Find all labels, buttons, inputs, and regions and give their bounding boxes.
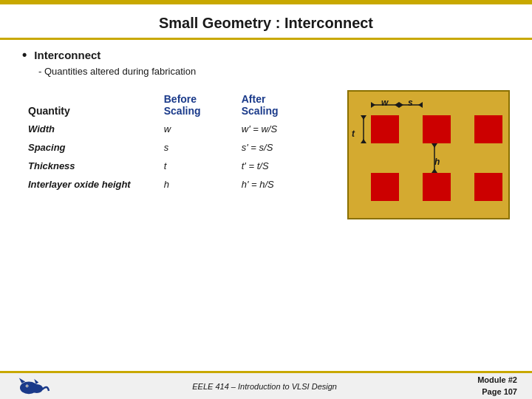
bullet-label: Interconnect xyxy=(34,49,100,61)
row-label-1: Spacing xyxy=(22,138,158,157)
svg-point-17 xyxy=(27,385,28,386)
row-after-0: w' = w/S xyxy=(236,120,332,138)
diag-label-w: w xyxy=(381,98,388,108)
red-square-3 xyxy=(474,115,502,143)
svg-marker-10 xyxy=(432,143,437,148)
row-label-3: Interlayer oxide height xyxy=(22,175,158,194)
col-header-before: BeforeScaling xyxy=(158,90,236,120)
row-before-0: w xyxy=(158,120,236,138)
red-square-6 xyxy=(474,173,502,201)
gold-divider xyxy=(0,38,532,40)
svg-marker-8 xyxy=(361,139,366,143)
title-section: Small Geometry : Interconnect xyxy=(0,4,532,38)
bullet-icon: • xyxy=(22,47,27,63)
table-row: Thickness t t' = t/S xyxy=(22,157,332,175)
footer-center-text: EELE 414 – Introduction to VLSI Design xyxy=(192,382,337,391)
row-after-2: t' = t/S xyxy=(236,157,332,175)
red-square-4 xyxy=(371,173,399,201)
svg-marker-4 xyxy=(399,102,403,108)
sub-bullet: - Quantities altered during fabrication xyxy=(38,66,510,77)
row-label-0: Width xyxy=(22,120,158,138)
red-square-5 xyxy=(423,173,451,201)
row-before-3: h xyxy=(158,175,236,194)
svg-marker-11 xyxy=(432,168,437,173)
table-row: Width w w' = w/S xyxy=(22,120,332,138)
red-square-1 xyxy=(371,115,399,143)
red-square-2 xyxy=(423,115,451,143)
footer-right: Module #2 Page 107 xyxy=(477,375,517,398)
footer-module: Module #2 xyxy=(477,375,517,386)
row-before-1: s xyxy=(158,138,236,157)
svg-marker-1 xyxy=(371,102,375,108)
row-label-2: Thickness xyxy=(22,157,158,175)
footer-bar: EELE 414 – Introduction to VLSI Design M… xyxy=(0,371,532,399)
row-after-1: s' = s/S xyxy=(236,138,332,157)
col-header-quantity: Quantity xyxy=(22,90,158,120)
page-title: Small Geometry : Interconnect xyxy=(0,15,532,32)
svg-point-13 xyxy=(30,384,43,393)
diag-label-h: h xyxy=(434,157,440,167)
row-after-3: h' = h/S xyxy=(236,175,332,194)
arrow-t-svg xyxy=(358,115,369,143)
svg-marker-7 xyxy=(361,115,366,120)
table-area: Quantity BeforeScaling AfterScaling Widt… xyxy=(22,90,332,194)
diagram-area: w s t h xyxy=(347,90,510,219)
content-area: • Interconnect - Quantities altered duri… xyxy=(0,49,532,219)
svg-marker-5 xyxy=(418,102,423,108)
col-header-after: AfterScaling xyxy=(236,90,332,120)
diag-label-s: s xyxy=(408,98,413,108)
quantity-table: Quantity BeforeScaling AfterScaling Widt… xyxy=(22,90,332,194)
bullet-row: • Interconnect xyxy=(22,49,510,63)
mascot-icon xyxy=(15,375,52,398)
table-row: Spacing s s' = s/S xyxy=(22,138,332,157)
table-row: Interlayer oxide height h h' = h/S xyxy=(22,175,332,194)
main-section: Quantity BeforeScaling AfterScaling Widt… xyxy=(22,90,510,219)
row-before-2: t xyxy=(158,157,236,175)
footer-page: Page 107 xyxy=(477,386,517,398)
diag-label-t: t xyxy=(352,129,355,139)
